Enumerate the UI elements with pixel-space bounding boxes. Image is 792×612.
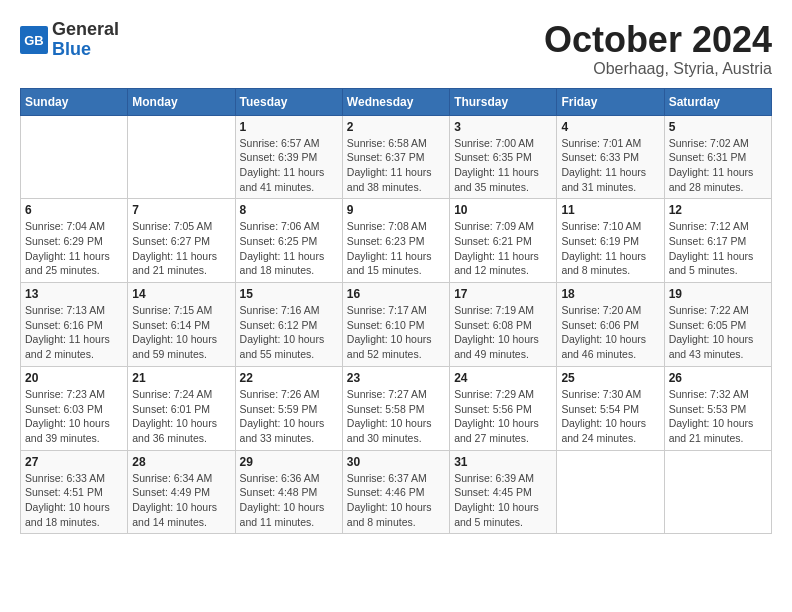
day-number: 5 — [669, 120, 767, 134]
logo-blue-text: Blue — [52, 40, 119, 60]
day-info: Sunrise: 7:17 AM Sunset: 6:10 PM Dayligh… — [347, 303, 445, 362]
day-number: 6 — [25, 203, 123, 217]
calendar-cell: 16Sunrise: 7:17 AM Sunset: 6:10 PM Dayli… — [342, 283, 449, 367]
day-number: 25 — [561, 371, 659, 385]
day-info: Sunrise: 7:10 AM Sunset: 6:19 PM Dayligh… — [561, 219, 659, 278]
month-title: October 2024 — [544, 20, 772, 60]
day-info: Sunrise: 7:13 AM Sunset: 6:16 PM Dayligh… — [25, 303, 123, 362]
day-number: 26 — [669, 371, 767, 385]
weekday-header-monday: Monday — [128, 88, 235, 115]
day-info: Sunrise: 7:12 AM Sunset: 6:17 PM Dayligh… — [669, 219, 767, 278]
calendar-table: SundayMondayTuesdayWednesdayThursdayFrid… — [20, 88, 772, 535]
calendar-cell: 12Sunrise: 7:12 AM Sunset: 6:17 PM Dayli… — [664, 199, 771, 283]
calendar-cell: 31Sunrise: 6:39 AM Sunset: 4:45 PM Dayli… — [450, 450, 557, 534]
calendar-cell: 30Sunrise: 6:37 AM Sunset: 4:46 PM Dayli… — [342, 450, 449, 534]
day-number: 8 — [240, 203, 338, 217]
day-info: Sunrise: 7:23 AM Sunset: 6:03 PM Dayligh… — [25, 387, 123, 446]
day-number: 27 — [25, 455, 123, 469]
day-info: Sunrise: 7:26 AM Sunset: 5:59 PM Dayligh… — [240, 387, 338, 446]
day-number: 10 — [454, 203, 552, 217]
day-number: 2 — [347, 120, 445, 134]
calendar-cell: 19Sunrise: 7:22 AM Sunset: 6:05 PM Dayli… — [664, 283, 771, 367]
day-info: Sunrise: 7:09 AM Sunset: 6:21 PM Dayligh… — [454, 219, 552, 278]
calendar-cell: 23Sunrise: 7:27 AM Sunset: 5:58 PM Dayli… — [342, 366, 449, 450]
header: GB General Blue October 2024 Oberhaag, S… — [20, 20, 772, 78]
calendar-cell: 21Sunrise: 7:24 AM Sunset: 6:01 PM Dayli… — [128, 366, 235, 450]
calendar-cell: 3Sunrise: 7:00 AM Sunset: 6:35 PM Daylig… — [450, 115, 557, 199]
weekday-header-row: SundayMondayTuesdayWednesdayThursdayFrid… — [21, 88, 772, 115]
calendar-cell: 20Sunrise: 7:23 AM Sunset: 6:03 PM Dayli… — [21, 366, 128, 450]
day-info: Sunrise: 6:36 AM Sunset: 4:48 PM Dayligh… — [240, 471, 338, 530]
weekday-header-tuesday: Tuesday — [235, 88, 342, 115]
day-info: Sunrise: 7:19 AM Sunset: 6:08 PM Dayligh… — [454, 303, 552, 362]
calendar-cell: 25Sunrise: 7:30 AM Sunset: 5:54 PM Dayli… — [557, 366, 664, 450]
calendar-cell: 4Sunrise: 7:01 AM Sunset: 6:33 PM Daylig… — [557, 115, 664, 199]
calendar-cell: 1Sunrise: 6:57 AM Sunset: 6:39 PM Daylig… — [235, 115, 342, 199]
day-info: Sunrise: 7:04 AM Sunset: 6:29 PM Dayligh… — [25, 219, 123, 278]
day-number: 7 — [132, 203, 230, 217]
calendar-cell: 11Sunrise: 7:10 AM Sunset: 6:19 PM Dayli… — [557, 199, 664, 283]
calendar-cell — [664, 450, 771, 534]
calendar-cell: 2Sunrise: 6:58 AM Sunset: 6:37 PM Daylig… — [342, 115, 449, 199]
day-number: 20 — [25, 371, 123, 385]
day-number: 14 — [132, 287, 230, 301]
day-info: Sunrise: 7:08 AM Sunset: 6:23 PM Dayligh… — [347, 219, 445, 278]
day-number: 3 — [454, 120, 552, 134]
calendar-cell: 27Sunrise: 6:33 AM Sunset: 4:51 PM Dayli… — [21, 450, 128, 534]
day-number: 30 — [347, 455, 445, 469]
week-row-2: 6Sunrise: 7:04 AM Sunset: 6:29 PM Daylig… — [21, 199, 772, 283]
week-row-1: 1Sunrise: 6:57 AM Sunset: 6:39 PM Daylig… — [21, 115, 772, 199]
day-number: 12 — [669, 203, 767, 217]
day-number: 28 — [132, 455, 230, 469]
calendar-cell: 10Sunrise: 7:09 AM Sunset: 6:21 PM Dayli… — [450, 199, 557, 283]
day-info: Sunrise: 6:33 AM Sunset: 4:51 PM Dayligh… — [25, 471, 123, 530]
calendar-cell — [557, 450, 664, 534]
day-number: 29 — [240, 455, 338, 469]
weekday-header-sunday: Sunday — [21, 88, 128, 115]
day-number: 21 — [132, 371, 230, 385]
day-info: Sunrise: 7:06 AM Sunset: 6:25 PM Dayligh… — [240, 219, 338, 278]
day-info: Sunrise: 7:00 AM Sunset: 6:35 PM Dayligh… — [454, 136, 552, 195]
week-row-3: 13Sunrise: 7:13 AM Sunset: 6:16 PM Dayli… — [21, 283, 772, 367]
logo: GB General Blue — [20, 20, 119, 60]
calendar-cell: 17Sunrise: 7:19 AM Sunset: 6:08 PM Dayli… — [450, 283, 557, 367]
calendar-cell: 8Sunrise: 7:06 AM Sunset: 6:25 PM Daylig… — [235, 199, 342, 283]
day-info: Sunrise: 7:01 AM Sunset: 6:33 PM Dayligh… — [561, 136, 659, 195]
day-number: 9 — [347, 203, 445, 217]
calendar-cell: 22Sunrise: 7:26 AM Sunset: 5:59 PM Dayli… — [235, 366, 342, 450]
weekday-header-wednesday: Wednesday — [342, 88, 449, 115]
day-number: 23 — [347, 371, 445, 385]
logo-text: General Blue — [52, 20, 119, 60]
location: Oberhaag, Styria, Austria — [544, 60, 772, 78]
logo-general-text: General — [52, 20, 119, 40]
calendar-cell: 14Sunrise: 7:15 AM Sunset: 6:14 PM Dayli… — [128, 283, 235, 367]
day-number: 19 — [669, 287, 767, 301]
weekday-header-saturday: Saturday — [664, 88, 771, 115]
logo-icon: GB — [20, 26, 48, 54]
calendar-cell: 7Sunrise: 7:05 AM Sunset: 6:27 PM Daylig… — [128, 199, 235, 283]
calendar-cell: 29Sunrise: 6:36 AM Sunset: 4:48 PM Dayli… — [235, 450, 342, 534]
title-block: October 2024 Oberhaag, Styria, Austria — [544, 20, 772, 78]
day-info: Sunrise: 7:02 AM Sunset: 6:31 PM Dayligh… — [669, 136, 767, 195]
week-row-4: 20Sunrise: 7:23 AM Sunset: 6:03 PM Dayli… — [21, 366, 772, 450]
day-number: 16 — [347, 287, 445, 301]
calendar-cell: 6Sunrise: 7:04 AM Sunset: 6:29 PM Daylig… — [21, 199, 128, 283]
calendar-cell: 13Sunrise: 7:13 AM Sunset: 6:16 PM Dayli… — [21, 283, 128, 367]
day-number: 11 — [561, 203, 659, 217]
calendar-cell: 28Sunrise: 6:34 AM Sunset: 4:49 PM Dayli… — [128, 450, 235, 534]
day-info: Sunrise: 7:22 AM Sunset: 6:05 PM Dayligh… — [669, 303, 767, 362]
calendar-cell: 26Sunrise: 7:32 AM Sunset: 5:53 PM Dayli… — [664, 366, 771, 450]
day-info: Sunrise: 7:24 AM Sunset: 6:01 PM Dayligh… — [132, 387, 230, 446]
day-info: Sunrise: 7:29 AM Sunset: 5:56 PM Dayligh… — [454, 387, 552, 446]
calendar-cell: 18Sunrise: 7:20 AM Sunset: 6:06 PM Dayli… — [557, 283, 664, 367]
day-info: Sunrise: 7:30 AM Sunset: 5:54 PM Dayligh… — [561, 387, 659, 446]
week-row-5: 27Sunrise: 6:33 AM Sunset: 4:51 PM Dayli… — [21, 450, 772, 534]
day-number: 22 — [240, 371, 338, 385]
day-info: Sunrise: 6:39 AM Sunset: 4:45 PM Dayligh… — [454, 471, 552, 530]
svg-text:GB: GB — [24, 33, 44, 48]
day-info: Sunrise: 6:37 AM Sunset: 4:46 PM Dayligh… — [347, 471, 445, 530]
day-info: Sunrise: 7:15 AM Sunset: 6:14 PM Dayligh… — [132, 303, 230, 362]
day-info: Sunrise: 7:32 AM Sunset: 5:53 PM Dayligh… — [669, 387, 767, 446]
day-info: Sunrise: 7:16 AM Sunset: 6:12 PM Dayligh… — [240, 303, 338, 362]
day-number: 17 — [454, 287, 552, 301]
